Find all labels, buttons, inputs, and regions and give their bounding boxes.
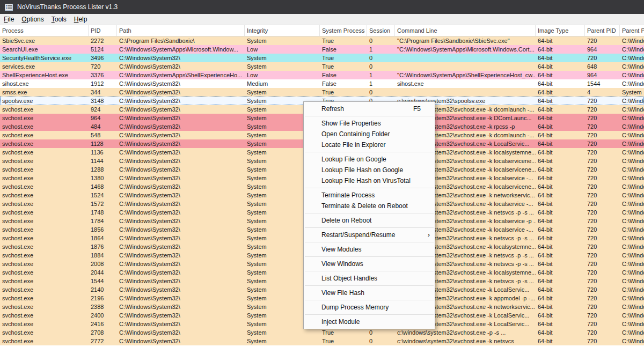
- cell-pid: 484: [89, 122, 117, 131]
- cell-parent-pid: 720: [585, 122, 620, 131]
- cell-parent-pid: 720: [585, 234, 620, 242]
- process-row[interactable]: sihost.exe1912C:\Windows\System32\Medium…: [0, 79, 644, 88]
- context-menu-item-view-windows[interactable]: View Windows: [304, 259, 435, 269]
- cell-parent-process: C:\Windo: [620, 242, 644, 251]
- cell-process: svchost.exe: [0, 182, 89, 191]
- context-menu-item-delete-on-reboot[interactable]: Delete on Reboot: [304, 215, 435, 226]
- context-menu-item-open-containing-folder[interactable]: Open Containing Folder: [304, 129, 435, 139]
- context-menu-item-label: View Modules: [321, 244, 421, 255]
- column-header-path[interactable]: Path: [117, 25, 245, 36]
- menu-options[interactable]: Options: [18, 14, 47, 25]
- process-row[interactable]: SecurityHealthService.exe3496C:\Windows\…: [0, 54, 644, 62]
- context-menu-item-label: Locate File in Explorer: [321, 139, 421, 150]
- cell-image-type: 64-bit: [536, 62, 585, 71]
- process-row[interactable]: svchost.exe2708C:\Windows\System32\Syste…: [0, 328, 644, 337]
- cell-image-type: 64-bit: [536, 165, 585, 174]
- cell-image-type: 64-bit: [536, 320, 585, 328]
- cell-process: svchost.exe: [0, 320, 89, 328]
- column-header-parent-pr[interactable]: Parent Pr: [620, 25, 644, 36]
- cell-image-type: 64-bit: [536, 311, 585, 320]
- cell-path: C:\Windows\System32\: [117, 251, 245, 260]
- column-header-session[interactable]: Session: [367, 25, 395, 36]
- context-menu-separator: [305, 256, 434, 257]
- cell-integrity: System: [245, 337, 320, 345]
- context-menu-item-view-modules[interactable]: View Modules: [304, 244, 435, 255]
- context-menu-item-label: View Windows: [321, 259, 421, 269]
- cell-pid: 1912: [89, 79, 117, 88]
- cell-parent-pid: 720: [585, 268, 620, 277]
- window-title: NoVirusThanks Process Lister v1.3: [17, 3, 118, 11]
- column-header-parent-pid[interactable]: Parent PID: [585, 25, 620, 36]
- context-menu-item-lookup-file-on-google[interactable]: Lookup File on Google: [304, 154, 435, 165]
- process-row[interactable]: SbieSvc.exe2272C:\Program Files\Sandboxi…: [0, 36, 644, 45]
- cell-path: C:\Program Files\Sandboxie\: [117, 36, 245, 45]
- cell-parent-pid: 720: [585, 165, 620, 174]
- context-menu-item-label: Dump Process Memory: [321, 302, 421, 313]
- cell-parent-process: C:\Windo: [620, 191, 644, 200]
- context-menu-item-lookup-file-hash-on-google[interactable]: Lookup File Hash on Google: [304, 165, 435, 175]
- cell-process: svchost.exe: [0, 105, 89, 114]
- context-menu-separator: [305, 314, 434, 315]
- cell-path: C:\Windows\System32\: [117, 208, 245, 217]
- process-row[interactable]: ShellExperienceHost.exe3376C:\Windows\Sy…: [0, 71, 644, 79]
- context-menu-item-view-file-hash[interactable]: View File Hash: [304, 287, 435, 298]
- cell-image-type: 64-bit: [536, 131, 585, 139]
- process-row[interactable]: svchost.exe2772C:\Windows\System32\Syste…: [0, 337, 644, 345]
- column-header-integrity[interactable]: Integrity: [245, 25, 320, 36]
- app-icon: [5, 4, 13, 11]
- context-menu-item-lookup-file-hash-on-virustotal[interactable]: Lookup File Hash on VirusTotal: [304, 175, 435, 186]
- menu-tools[interactable]: Tools: [48, 14, 70, 25]
- context-menu-item-locate-file-in-explorer[interactable]: Locate File in Explorer: [304, 139, 435, 150]
- cell-parent-process: C:\Windo: [620, 328, 644, 337]
- titlebar[interactable]: NoVirusThanks Process Lister v1.3: [0, 0, 644, 14]
- cell-system-process: True: [320, 88, 367, 97]
- column-header-process[interactable]: Process: [0, 25, 89, 36]
- context-menu-item-label: Restart/Suspend/Resume: [321, 230, 421, 240]
- cell-pid: 1864: [89, 234, 117, 242]
- process-row[interactable]: SearchUI.exe5124C:\Windows\SystemApps\Mi…: [0, 45, 644, 54]
- cell-process: svchost.exe: [0, 157, 89, 165]
- cell-parent-pid: 720: [585, 182, 620, 191]
- cell-process: svchost.exe: [0, 191, 89, 200]
- context-menu-item-inject-module[interactable]: Inject Module: [304, 316, 435, 327]
- context-menu-item-terminate-delete-on-reboot[interactable]: Terminate & Delete on Reboot: [304, 201, 435, 211]
- column-header-image-type[interactable]: Image Type: [536, 25, 585, 36]
- cell-pid: 924: [89, 105, 117, 114]
- cell-command-line: "C:\Windows\SystemApps\ShellExperienceHo…: [395, 71, 536, 79]
- column-header-command-line[interactable]: Command Line: [395, 25, 536, 36]
- cell-image-type: 64-bit: [536, 200, 585, 208]
- menu-help[interactable]: Help: [70, 14, 91, 25]
- cell-path: C:\Windows\System32\: [117, 200, 245, 208]
- cell-process: svchost.exe: [0, 174, 89, 182]
- context-menu-item-terminate-process[interactable]: Terminate Process: [304, 190, 435, 201]
- process-row[interactable]: smss.exe344C:\Windows\System32\SystemTru…: [0, 88, 644, 97]
- cell-process: svchost.exe: [0, 294, 89, 302]
- context-menu-item-label: Lookup File Hash on VirusTotal: [321, 175, 421, 186]
- context-menu-item-show-file-properties[interactable]: Show File Properties: [304, 118, 435, 129]
- column-header-system-process[interactable]: System Process: [320, 25, 367, 36]
- context-menu-separator: [305, 213, 434, 213]
- cell-image-type: 64-bit: [536, 294, 585, 302]
- cell-command-line: "C:\Windows\SystemApps\Microsoft.Windows…: [395, 45, 536, 54]
- cell-command-line: [395, 62, 536, 71]
- menu-file[interactable]: File: [0, 14, 18, 25]
- cell-pid: 2388: [89, 302, 117, 311]
- cell-process: svchost.exe: [0, 139, 89, 148]
- context-menu-item-dump-process-memory[interactable]: Dump Process Memory: [304, 302, 435, 313]
- context-menu-item-refresh[interactable]: RefreshF5: [304, 104, 435, 114]
- context-menu-item-list-object-handles[interactable]: List Object Handles: [304, 273, 435, 284]
- cell-image-type: 64-bit: [536, 234, 585, 242]
- context-menu-item-restart-suspend-resume[interactable]: Restart/Suspend/Resume›: [304, 230, 435, 240]
- context-menu-separator: [305, 285, 434, 286]
- process-row[interactable]: services.exe720C:\Windows\System32\Syste…: [0, 62, 644, 71]
- cell-path: C:\Windows\System32\: [117, 79, 245, 88]
- cell-image-type: 64-bit: [536, 208, 585, 217]
- cell-integrity: Medium: [245, 79, 320, 88]
- cell-image-type: 64-bit: [536, 54, 585, 62]
- context-menu-separator: [305, 271, 434, 271]
- cell-pid: 2772: [89, 337, 117, 345]
- column-header-pid[interactable]: PID: [89, 25, 117, 36]
- cell-command-line: "C:\Program Files\Sandboxie\SbieSvc.exe": [395, 36, 536, 45]
- context-menu-item-label: Terminate Process: [321, 190, 421, 201]
- cell-process: svchost.exe: [0, 302, 89, 311]
